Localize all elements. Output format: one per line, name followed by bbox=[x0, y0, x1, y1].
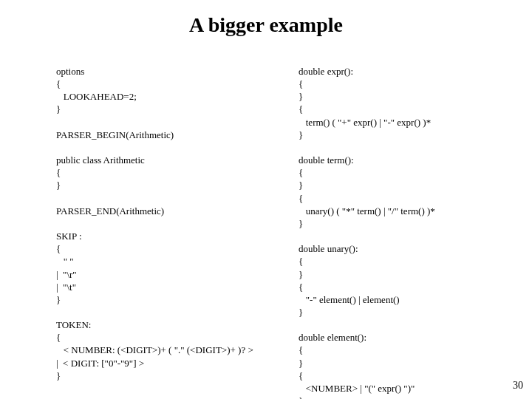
slide-title: A bigger example bbox=[0, 13, 532, 37]
slide: A bigger example options { LOOKAHEAD=2; … bbox=[0, 0, 532, 399]
code-left-column: options { LOOKAHEAD=2; } PARSER_BEGIN(Ar… bbox=[56, 65, 278, 382]
page-number: 30 bbox=[513, 380, 523, 392]
code-right-column: double expr(): { } { term() ( "+" expr()… bbox=[299, 65, 505, 399]
